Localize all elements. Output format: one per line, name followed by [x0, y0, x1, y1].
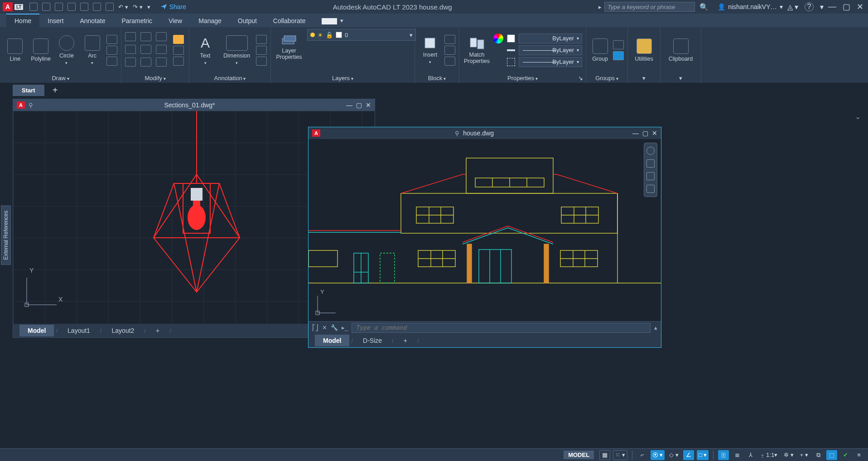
drawing-collapse-icon[interactable]: ⌄	[855, 112, 861, 121]
block-edit-icon[interactable]	[444, 35, 455, 44]
panel-block-caption[interactable]: Block	[428, 75, 446, 82]
current-layer-combo[interactable]: ☀ 🔓 0 ▾	[307, 29, 416, 41]
doc1-add-layout-button[interactable]: +	[148, 325, 168, 336]
tab-view[interactable]: View	[160, 14, 190, 27]
saveall-icon[interactable]	[68, 3, 76, 11]
status-iso-icon[interactable]: ◇ ▾	[667, 450, 680, 460]
layer-iso-icon[interactable]	[307, 54, 320, 64]
doc2-tab-dsize[interactable]: D-Size	[355, 335, 390, 346]
open-icon[interactable]	[42, 3, 50, 11]
trim-icon[interactable]	[156, 32, 167, 41]
navbar-zoom-icon[interactable]	[646, 172, 655, 180]
new-icon[interactable]	[29, 3, 38, 11]
insert-block-button[interactable]: Insert▾	[419, 36, 442, 64]
new-file-tab-button[interactable]: +	[53, 85, 58, 96]
draw-small-3[interactable]	[106, 57, 117, 66]
status-grid-icon[interactable]: ▦	[599, 450, 610, 460]
featured-apps-button[interactable]	[322, 18, 337, 24]
group-button[interactable]: Group	[590, 38, 610, 62]
close-button[interactable]: ✕	[857, 2, 863, 12]
offset-icon[interactable]	[173, 57, 184, 66]
layer-lock-btn-icon[interactable]	[342, 43, 354, 53]
status-clean-icon[interactable]: ✔	[840, 450, 851, 460]
layer-walk-icon[interactable]	[359, 54, 371, 64]
erase-pencil-icon[interactable]	[173, 35, 184, 44]
app-logo[interactable]: A	[3, 2, 13, 11]
polyline-button[interactable]: Polyline	[29, 38, 53, 62]
tab-insert[interactable]: Insert	[39, 14, 72, 27]
block-create-icon[interactable]	[444, 46, 455, 55]
status-osnap-icon[interactable]: ∠	[683, 450, 694, 460]
search-input[interactable]: Type a keyword or phrase	[604, 2, 695, 12]
tab-annotate[interactable]: Annotate	[72, 14, 113, 27]
layer-freeze-icon[interactable]	[324, 43, 337, 53]
panel-properties-caption[interactable]: Properties	[507, 75, 538, 82]
cmdline-close-icon[interactable]: ✕	[322, 324, 327, 331]
tab-manage[interactable]: Manage	[190, 14, 230, 27]
tab-collaborate[interactable]: Collaborate	[265, 14, 314, 27]
panel-groups-caption[interactable]: Groups	[595, 75, 618, 82]
redo-icon[interactable]: ↷ ▾	[133, 4, 143, 10]
clipboard-button[interactable]: Clipboard	[665, 38, 697, 62]
line-button[interactable]: Line	[4, 38, 27, 62]
status-scale-label[interactable]: ⍛ 1:1 ▾	[759, 450, 779, 460]
array-icon[interactable]	[156, 58, 167, 67]
print-icon[interactable]	[106, 3, 114, 11]
panel-properties-launcher-icon[interactable]: ↘	[578, 75, 583, 82]
cmdline-up-icon[interactable]: ▴	[654, 324, 657, 331]
text-button[interactable]: AText▾	[193, 35, 217, 65]
ann-small-3[interactable]	[256, 57, 267, 66]
status-polar-icon[interactable]: ⦿ ▾	[651, 450, 665, 460]
move-icon[interactable]	[125, 32, 136, 41]
draw-small-2[interactable]	[106, 46, 117, 55]
leader-icon[interactable]	[256, 35, 267, 44]
start-tab[interactable]: Start	[13, 85, 44, 96]
navbar-orbit-icon[interactable]	[646, 185, 655, 193]
share-button[interactable]: Share	[160, 3, 186, 10]
color-wheel-icon[interactable]	[493, 34, 503, 43]
copy-icon[interactable]	[125, 45, 136, 54]
doc2-close-button[interactable]: ✕	[652, 130, 657, 137]
circle-button[interactable]: Circle▾	[55, 35, 78, 65]
command-input[interactable]	[352, 323, 651, 333]
doc2-add-layout-button[interactable]: +	[395, 335, 415, 346]
doc2-canvas[interactable]: Y	[309, 139, 661, 321]
status-layout-icon[interactable]: ⧉	[813, 450, 824, 460]
maximize-button[interactable]: ▢	[843, 2, 850, 12]
status-anno-icon[interactable]: ⅄	[745, 450, 756, 460]
rotate-icon[interactable]	[140, 32, 151, 41]
panel-annotation-caption[interactable]: Annotation	[214, 75, 246, 82]
explode-icon[interactable]	[173, 46, 184, 55]
navbar-wheel-icon[interactable]	[646, 147, 655, 155]
navbar-pan-icon[interactable]	[646, 159, 655, 168]
saveas-icon[interactable]	[80, 3, 88, 11]
scale-icon[interactable]	[140, 58, 151, 67]
mobile-icon[interactable]	[93, 3, 101, 11]
block-attr-icon[interactable]	[444, 57, 455, 66]
panel-layers-caption[interactable]: Layers	[332, 75, 353, 82]
linetype-combo[interactable]: ByLayer	[519, 57, 582, 67]
mirror-icon[interactable]	[140, 45, 151, 54]
doc1-maximize-button[interactable]: ▢	[356, 101, 362, 109]
layer-match-icon[interactable]	[359, 43, 371, 53]
fillet-icon[interactable]	[156, 45, 167, 54]
status-ortho-icon[interactable]: ⌐	[637, 450, 648, 460]
tab-home[interactable]: Home	[6, 14, 39, 27]
group-edit-icon[interactable]	[613, 51, 624, 60]
panel-draw-caption[interactable]: Draw	[52, 75, 69, 82]
status-otrack-icon[interactable]: □ ▾	[697, 450, 709, 460]
status-add-icon[interactable]: + ▾	[798, 450, 810, 460]
doc1-tab-model[interactable]: Model	[19, 325, 54, 336]
status-snap-icon[interactable]: ⁙ ▾	[613, 450, 627, 460]
color-combo[interactable]: ByLayer	[519, 34, 582, 43]
doc2-pin-icon[interactable]: ⚲	[324, 130, 459, 137]
stretch-icon[interactable]	[125, 58, 136, 67]
layer-properties-button[interactable]: Layer Properties	[275, 33, 304, 60]
table-icon[interactable]	[256, 46, 267, 55]
layer-state-icon[interactable]	[342, 54, 354, 64]
doc1-tab-layout1[interactable]: Layout1	[59, 325, 98, 336]
status-hardware-icon[interactable]: ⬚	[826, 450, 837, 460]
minimize-button[interactable]: —	[828, 2, 836, 12]
status-lwt-icon[interactable]: ≣	[732, 450, 743, 460]
tab-output[interactable]: Output	[230, 14, 265, 27]
